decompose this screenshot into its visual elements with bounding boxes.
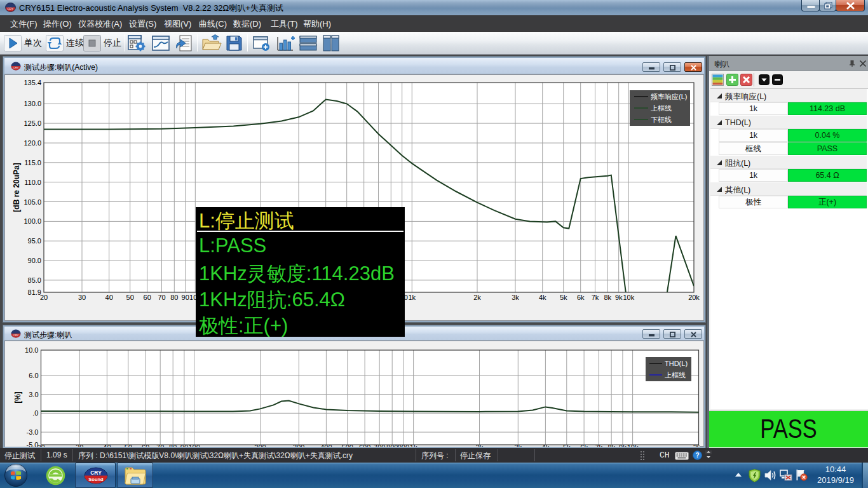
- svg-text:30: 30: [78, 294, 86, 301]
- svg-text:30: 30: [76, 444, 83, 448]
- svg-text:上框线: 上框线: [651, 104, 672, 112]
- svg-text:CRY: CRY: [90, 470, 102, 476]
- svg-text:CRY: CRY: [8, 8, 13, 11]
- svg-text:60: 60: [144, 294, 151, 301]
- svg-text:500: 500: [342, 444, 353, 448]
- svg-text:9k: 9k: [619, 444, 627, 448]
- svg-text:20k: 20k: [693, 444, 700, 448]
- svg-text:50: 50: [126, 294, 134, 301]
- svg-text:5k: 5k: [560, 294, 567, 301]
- svg-text:上框线: 上框线: [665, 371, 686, 379]
- svg-text:40: 40: [103, 444, 111, 448]
- svg-text:10k: 10k: [623, 294, 634, 301]
- svg-text:700: 700: [374, 444, 385, 448]
- svg-text:3k: 3k: [512, 294, 519, 301]
- svg-text:频率响应(L): 频率响应(L): [651, 93, 687, 100]
- svg-text:5k: 5k: [563, 444, 571, 448]
- svg-text:1k: 1k: [410, 444, 417, 448]
- svg-text:80: 80: [170, 294, 178, 301]
- svg-text:CRY: CRY: [13, 66, 19, 69]
- svg-text:[%]: [%]: [13, 391, 22, 403]
- svg-text:70: 70: [158, 294, 165, 301]
- svg-text:115.0: 115.0: [24, 159, 41, 166]
- svg-text:600: 600: [359, 444, 370, 448]
- svg-text:90: 90: [182, 294, 189, 301]
- svg-text:300: 300: [293, 444, 304, 448]
- svg-text:90.0: 90.0: [28, 257, 41, 264]
- svg-text:20: 20: [40, 294, 48, 301]
- svg-text:100.0: 100.0: [24, 217, 41, 225]
- svg-text:20k: 20k: [688, 294, 700, 301]
- svg-text:105.0: 105.0: [24, 198, 41, 206]
- svg-text:7k: 7k: [592, 294, 599, 301]
- svg-text:6k: 6k: [577, 294, 585, 301]
- svg-text:200: 200: [254, 444, 266, 448]
- svg-text:10k: 10k: [627, 444, 639, 448]
- svg-text:120.0: 120.0: [24, 139, 41, 147]
- svg-text:110.0: 110.0: [24, 179, 41, 186]
- svg-text:6k: 6k: [580, 444, 588, 448]
- svg-text:9k: 9k: [615, 294, 623, 301]
- svg-text:130.0: 130.0: [24, 100, 41, 107]
- svg-text:4k: 4k: [539, 294, 546, 301]
- svg-text:90: 90: [180, 444, 188, 448]
- svg-text:100: 100: [188, 444, 200, 448]
- svg-text:40: 40: [105, 294, 113, 301]
- svg-text:60: 60: [142, 444, 149, 448]
- svg-text:[dB re 20uPa]: [dB re 20uPa]: [12, 163, 21, 212]
- svg-text:6.0: 6.0: [29, 372, 38, 379]
- svg-text:80: 80: [169, 444, 177, 448]
- svg-text:Sound: Sound: [88, 477, 104, 482]
- svg-text:20: 20: [37, 444, 44, 448]
- svg-text:81.9: 81.9: [28, 288, 41, 296]
- svg-text:70: 70: [156, 444, 164, 448]
- svg-text:8k: 8k: [604, 294, 611, 301]
- svg-text:8k: 8k: [607, 444, 615, 448]
- svg-text:4k: 4k: [542, 444, 550, 448]
- svg-text:2k: 2k: [476, 444, 484, 448]
- svg-text:CRY: CRY: [13, 334, 19, 337]
- svg-text:50: 50: [125, 444, 132, 448]
- svg-text:900: 900: [398, 444, 409, 448]
- svg-text:THD(L): THD(L): [665, 360, 688, 367]
- svg-text:下框线: 下框线: [651, 116, 672, 123]
- svg-text:400: 400: [320, 444, 332, 448]
- svg-text:7k: 7k: [595, 444, 602, 448]
- svg-text:95.0: 95.0: [28, 237, 41, 245]
- svg-text:-3.0: -3.0: [27, 428, 39, 436]
- svg-text:1k: 1k: [408, 294, 416, 301]
- svg-text:.0: .0: [32, 409, 38, 417]
- svg-text:800: 800: [386, 444, 398, 448]
- svg-text:3.0: 3.0: [29, 391, 38, 398]
- svg-text:85.0: 85.0: [28, 276, 41, 284]
- svg-text:2k: 2k: [473, 294, 481, 301]
- svg-text:125.0: 125.0: [24, 119, 41, 127]
- svg-text:135.4: 135.4: [24, 79, 41, 86]
- svg-text:10.0: 10.0: [25, 346, 38, 354]
- svg-text:?: ?: [695, 452, 699, 459]
- svg-text:3k: 3k: [514, 444, 522, 448]
